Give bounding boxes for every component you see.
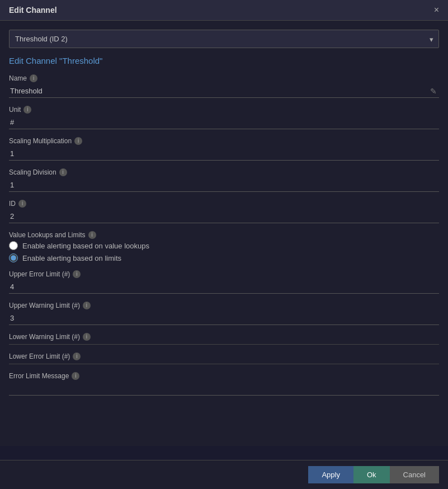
ok-button[interactable]: Ok: [353, 466, 390, 483]
value-lookups-info-icon[interactable]: i: [88, 231, 96, 239]
scaling-div-field-group: Scaling Division i: [9, 168, 439, 192]
upper-warning-limit-label: Upper Warning Limit (#) i: [9, 302, 439, 309]
upper-warning-limit-group: Upper Warning Limit (#) i: [9, 302, 439, 325]
scaling-mult-input[interactable]: [9, 147, 439, 161]
lower-error-divider: [9, 364, 439, 364]
close-button[interactable]: ×: [434, 6, 439, 15]
upper-error-limit-group: Upper Error Limit (#) i: [9, 270, 439, 294]
lower-warning-info-icon[interactable]: i: [83, 333, 91, 341]
scaling-div-input[interactable]: [9, 178, 439, 192]
lower-error-limit-group: Lower Error Limit (#) i: [9, 352, 439, 364]
lower-warning-limit-label: Lower Warning Limit (#) i: [9, 333, 439, 341]
apply-button[interactable]: Apply: [308, 466, 353, 483]
channel-dropdown-group: Threshold (ID 2) ▾: [9, 30, 439, 48]
unit-input[interactable]: [9, 116, 439, 129]
scaling-mult-field-group: Scaling Multiplication i: [9, 137, 439, 161]
lower-warning-limit-group: Lower Warning Limit (#) i: [9, 333, 439, 345]
cancel-button[interactable]: Cancel: [390, 466, 439, 483]
radio-value-lookups-label: Enable alerting based on value lookups: [22, 242, 149, 250]
radio-value-lookups-item[interactable]: Enable alerting based on value lookups: [9, 241, 439, 250]
unit-info-icon[interactable]: i: [23, 106, 31, 114]
radio-limits-label: Enable alerting based on limits: [22, 254, 121, 262]
lower-error-info-icon[interactable]: i: [73, 352, 81, 360]
edit-icon: ✎: [430, 87, 437, 96]
value-lookups-label: Value Lookups and Limits i: [9, 231, 439, 239]
name-input[interactable]: [9, 84, 439, 98]
name-field-group: Name i ✎: [9, 74, 439, 98]
unit-label: Unit i: [9, 106, 439, 114]
name-input-wrapper: ✎: [9, 84, 439, 98]
name-label: Name i: [9, 74, 439, 82]
id-field-group: ID i: [9, 200, 439, 223]
lower-warning-divider: [9, 344, 439, 345]
unit-field-group: Unit i: [9, 106, 439, 129]
lower-error-limit-label: Lower Error Limit (#) i: [9, 352, 439, 360]
name-info-icon[interactable]: i: [30, 74, 37, 82]
modal-body: Threshold (ID 2) ▾ Edit Channel "Thresho…: [0, 21, 448, 446]
upper-error-info-icon[interactable]: i: [73, 270, 81, 278]
id-info-icon[interactable]: i: [18, 200, 26, 208]
edit-channel-modal: Edit Channel × Threshold (ID 2) ▾ Edit C…: [0, 0, 448, 446]
radio-group: Enable alerting based on value lookups E…: [9, 241, 439, 262]
error-limit-message-info-icon[interactable]: i: [72, 372, 79, 380]
scaling-div-info-icon[interactable]: i: [59, 168, 67, 176]
radio-limits[interactable]: [9, 253, 18, 262]
modal-header: Edit Channel ×: [0, 0, 448, 21]
upper-warning-info-icon[interactable]: i: [83, 302, 91, 309]
error-limit-message-group: Error Limit Message i: [9, 372, 439, 396]
value-lookups-field-group: Value Lookups and Limits i Enable alerti…: [9, 231, 439, 262]
upper-warning-limit-input[interactable]: [9, 312, 439, 325]
modal-title: Edit Channel: [9, 6, 57, 15]
error-limit-message-input[interactable]: [9, 382, 439, 396]
section-title: Edit Channel "Threshold": [9, 56, 439, 65]
radio-limits-item[interactable]: Enable alerting based on limits: [9, 253, 439, 262]
modal-footer: Apply Ok Cancel: [0, 460, 448, 489]
radio-value-lookups[interactable]: [9, 241, 18, 250]
scaling-mult-label: Scaling Multiplication i: [9, 137, 439, 145]
id-label: ID i: [9, 200, 439, 208]
upper-error-limit-input[interactable]: [9, 280, 439, 294]
id-input[interactable]: [9, 210, 439, 223]
upper-error-limit-label: Upper Error Limit (#) i: [9, 270, 439, 278]
scaling-mult-info-icon[interactable]: i: [74, 137, 82, 145]
error-limit-message-label: Error Limit Message i: [9, 372, 439, 380]
scaling-div-label: Scaling Division i: [9, 168, 439, 176]
channel-dropdown-wrapper: Threshold (ID 2) ▾: [9, 30, 439, 48]
channel-dropdown[interactable]: Threshold (ID 2): [9, 30, 439, 48]
